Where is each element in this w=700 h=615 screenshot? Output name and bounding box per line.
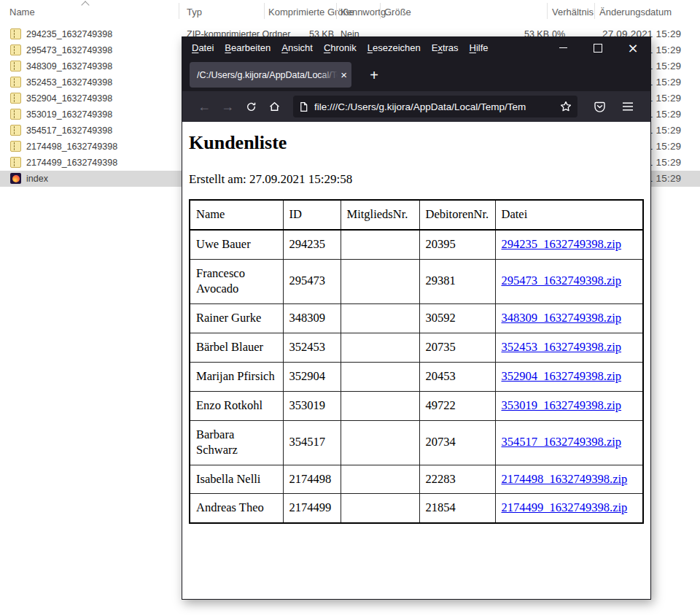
menu-lesezeichen[interactable]: Lesezeichen [368,42,421,53]
cell-datei: 352453_1632749398.zip [495,333,643,362]
created-line: Erstellt am: 27.09.2021 15:29:58 [189,172,650,187]
cell-debitorennr: 30592 [419,303,495,333]
browser-tab[interactable]: /C:/Users/g.kijora/AppData/Local/Te × [190,62,351,88]
cell-debitorennr: 20453 [419,362,495,391]
firefox-file-icon [10,173,21,184]
zip-download-link[interactable]: 353019_1632749398.zip [502,398,622,412]
cell-datei: 294235_1632749398.zip [495,230,643,259]
tab-close-icon[interactable]: × [341,69,347,80]
zip-download-link[interactable]: 2174498_1632749398.zip [502,472,628,486]
new-tab-button[interactable]: + [363,64,385,86]
cell-datei: 2174498_1632749398.zip [495,465,643,494]
cell-id: 354517 [283,420,341,465]
cell-name: Uwe Bauer [190,230,283,259]
zip-download-link[interactable]: 294235_1632749398.zip [502,237,622,251]
cell-id: 352453 [283,333,341,362]
column-header-aenderungsdatum[interactable]: Änderungsdatum [599,7,672,18]
cell-id: 353019 [283,391,341,420]
reload-button[interactable] [239,96,262,117]
th-mitgliedsnr: MitgliedsNr. [341,200,419,230]
file-name: 354517_1632749398 [26,123,112,139]
zip-download-link[interactable]: 295473_1632749398.zip [502,274,622,287]
maximize-button[interactable] [580,37,615,58]
column-resize-handle[interactable] [264,3,265,19]
table-row: Barbara Schwarz 354517 20734 354517_1632… [190,420,643,465]
page-icon [299,101,308,112]
address-bar[interactable]: file:///C:/Users/g.kijora/AppData/Local/… [293,96,578,117]
menu-datei[interactable]: Datei [192,42,214,53]
cell-mitgliedsnr [341,465,419,494]
menu-chronik[interactable]: Chronik [324,42,357,53]
tab-title: /C:/Users/g.kijora/AppData/Local/Te [197,70,338,80]
table-header-row: Name ID MitgliedsNr. DebitorenNr. Datei [190,200,643,230]
cell-debitorennr: 21854 [419,494,495,523]
cell-datei: 354517_1632749398.zip [495,420,643,465]
cell-mitgliedsnr [341,259,419,303]
cell-name: Bärbel Blauer [190,333,283,362]
zip-file-icon [10,61,21,71]
cell-name: Marijan Pfirsich [190,362,283,391]
zip-file-icon [10,28,21,39]
column-resize-handle[interactable] [594,3,595,19]
file-name: 352453_1632749398 [26,74,112,90]
column-resize-handle[interactable] [380,3,381,19]
minimize-icon [559,47,567,49]
reload-icon [246,101,257,112]
sort-ascending-icon[interactable] [82,2,88,8]
cell-name: Enzo Rotkohl [190,391,283,420]
close-button[interactable]: × [615,37,650,58]
home-icon [268,101,281,112]
cell-name: Barbara Schwarz [190,420,283,465]
cell-name: Isabella Nelli [190,465,283,494]
cell-debitorennr: 20734 [419,420,495,465]
back-button[interactable]: ← [192,96,216,117]
zip-download-link[interactable]: 348309_1632749398.zip [502,311,622,325]
column-resize-handle[interactable] [547,3,548,19]
menu-hamburger-icon[interactable] [616,96,639,117]
zip-download-link[interactable]: 352453_1632749398.zip [502,340,622,354]
menu-bar: Datei Bearbeiten Ansicht Chronik Lesezei… [182,37,650,58]
file-name: 352904_1632749398 [26,90,112,107]
cell-datei: 353019_1632749398.zip [495,391,643,420]
cell-id: 2174498 [283,465,341,494]
forward-button[interactable]: → [216,96,239,117]
column-header-typ[interactable]: Typ [187,7,202,18]
page-content: Kundenliste Erstellt am: 27.09.2021 15:2… [182,122,650,599]
column-header-name[interactable]: Name [9,7,35,18]
column-header-groesse[interactable]: Größe [384,7,411,18]
file-name: 2174499_1632749398 [26,155,117,171]
cell-mitgliedsnr [341,391,419,420]
zip-download-link[interactable]: 2174499_1632749398.zip [502,500,628,514]
table-row: Bärbel Blauer 352453 20735 352453_163274… [190,333,643,362]
file-name: 294235_1632749398 [26,26,112,42]
page-title: Kundenliste [189,132,650,154]
pocket-icon[interactable] [588,96,611,117]
column-resize-handle[interactable] [179,3,179,19]
cell-id: 2174499 [283,494,341,523]
cell-id: 348309 [283,303,341,333]
menu-bearbeiten[interactable]: Bearbeiten [225,42,271,53]
zip-download-link[interactable]: 352904_1632749398.zip [502,369,622,383]
file-name: 348309_1632749398 [26,58,112,74]
navigation-bar: ← → file:///C:/Users/g.kijora/AppData/Lo… [182,91,650,122]
bookmark-star-icon[interactable] [560,101,572,112]
menu-ansicht[interactable]: Ansicht [281,42,313,53]
table-row: Marijan Pfirsich 352904 20453 352904_163… [190,362,643,391]
minimize-button[interactable] [545,37,580,58]
menu-extras[interactable]: Extras [432,42,459,53]
file-name: index [26,171,48,187]
home-button[interactable] [262,96,286,117]
zip-file-icon [10,77,21,88]
cell-mitgliedsnr [341,420,419,465]
column-header-verhaeltnis[interactable]: Verhältnis [552,7,594,18]
kundenliste-table: Name ID MitgliedsNr. DebitorenNr. Datei … [189,199,644,524]
zip-download-link[interactable]: 354517_1632749398.zip [502,435,622,449]
cell-mitgliedsnr [341,230,419,259]
th-name: Name [190,200,283,230]
cell-debitorennr: 49722 [419,391,495,420]
table-row: Uwe Bauer 294235 20395 294235_1632749398… [190,230,643,259]
menu-hilfe[interactable]: Hilfe [470,42,489,53]
cell-debitorennr: 20735 [419,333,495,362]
column-resize-handle[interactable] [336,3,337,19]
zip-file-icon [10,157,21,168]
